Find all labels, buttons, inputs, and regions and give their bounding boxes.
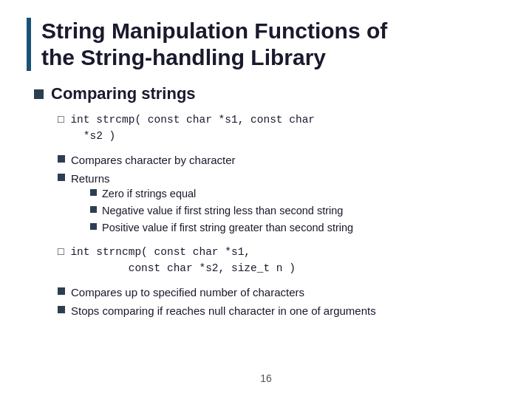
strncmp-bullet-text-2: Stops comparing if reaches null characte… (71, 303, 376, 318)
section-bullet (34, 89, 44, 99)
slide: String Manipulation Functions of the Str… (0, 0, 532, 399)
content-area: Comparing strings □ int strcmp( const ch… (27, 84, 505, 368)
bullet-icon-1 (58, 155, 65, 163)
strcmp-code: □ int strcmp( const char *s1, const char… (58, 112, 505, 145)
strncmp-bullet-icon-2 (58, 306, 65, 313)
section-header: Comparing strings (34, 84, 505, 103)
strncmp-code: □ int strncmp( const char *s1, const cha… (58, 245, 505, 277)
strncmp-bullet-icon-1 (58, 287, 65, 295)
sub-bullet-icon-1 (90, 189, 97, 196)
strncmp-bullets: Compares up to specified number of chara… (58, 284, 505, 318)
strcmp-bullet-text-1: Compares character by character (71, 152, 236, 168)
bullet-icon-2 (58, 174, 65, 181)
sub-bullet-icon-3 (90, 223, 97, 230)
strcmp-bullets: Compares character by character Returns … (58, 152, 505, 238)
sub-bullet-icon-2 (90, 206, 97, 213)
strcmp-bullet-2: Returns Zero if strings equal Negative v… (58, 171, 505, 238)
returns-sub-2: Negative value if first string less than… (90, 203, 353, 218)
strcmp-subsection: □ int strcmp( const char *s1, const char… (34, 112, 505, 237)
strncmp-code-line2: const char *s2, size_t n ) (122, 262, 296, 274)
title-bar (27, 18, 31, 71)
strncmp-code-line1: int strncmp( const char *s1, (70, 246, 250, 258)
returns-item: Returns Zero if strings equal Negative v… (71, 171, 353, 238)
strcmp-bullet-1: Compares character by character (58, 152, 505, 168)
returns-sub-text-2: Negative value if first string less than… (102, 203, 343, 218)
slide-title: String Manipulation Functions of the Str… (41, 18, 387, 71)
section-title: Comparing strings (51, 84, 196, 103)
strncmp-subsection: □ int strncmp( const char *s1, const cha… (34, 245, 505, 318)
returns-sub-text-3: Positive value if first string greater t… (102, 220, 353, 235)
strcmp-code-line2: *s2 ) (83, 130, 116, 142)
title-line2: the String-handling Library (41, 45, 326, 69)
strncmp-bullet-1: Compares up to specified number of chara… (58, 284, 505, 300)
returns-sub-1: Zero if strings equal (90, 186, 353, 201)
page-number: 16 (27, 368, 505, 384)
strncmp-bullet-2: Stops comparing if reaches null characte… (58, 303, 505, 318)
strcmp-bullet-text-2: Returns (71, 171, 353, 186)
strncmp-bullet-text-1: Compares up to specified number of chara… (71, 284, 304, 300)
strcmp-code-line1: int strcmp( const char *s1, const char (70, 114, 315, 126)
title-area: String Manipulation Functions of the Str… (27, 18, 505, 71)
title-line1: String Manipulation Functions of (41, 18, 387, 43)
returns-sub-list: Zero if strings equal Negative value if … (71, 186, 353, 238)
returns-sub-text-1: Zero if strings equal (102, 186, 196, 201)
returns-sub-3: Positive value if first string greater t… (90, 220, 353, 235)
